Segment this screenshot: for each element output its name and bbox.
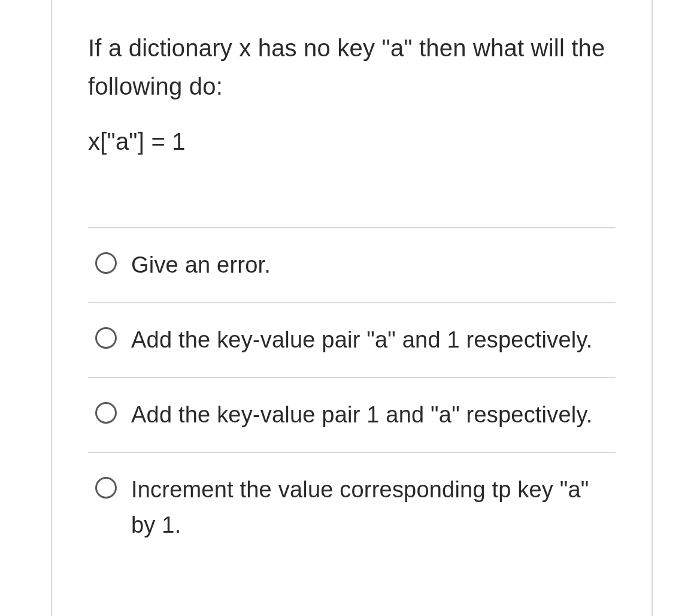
- option-row[interactable]: Increment the value corresponding tp key…: [88, 452, 616, 562]
- radio-icon[interactable]: [95, 252, 117, 274]
- option-row[interactable]: Give an error.: [88, 227, 616, 302]
- option-label: Give an error.: [131, 247, 271, 283]
- question-section: If a dictionary x has no key "a" then wh…: [52, 0, 651, 155]
- option-label: Increment the value corresponding tp key…: [131, 472, 616, 543]
- option-label: Add the key-value pair 1 and "a" respect…: [131, 397, 593, 433]
- option-row[interactable]: Add the key-value pair 1 and "a" respect…: [88, 377, 616, 452]
- radio-icon[interactable]: [95, 402, 117, 424]
- radio-icon[interactable]: [95, 327, 117, 349]
- question-prompt: If a dictionary x has no key "a" then wh…: [88, 29, 616, 105]
- question-code: x["a"] = 1: [88, 128, 616, 155]
- option-label: Add the key-value pair "a" and 1 respect…: [131, 322, 593, 358]
- option-row[interactable]: Add the key-value pair "a" and 1 respect…: [88, 302, 616, 377]
- options-list: Give an error. Add the key-value pair "a…: [52, 227, 651, 561]
- radio-icon[interactable]: [95, 477, 117, 499]
- question-card: If a dictionary x has no key "a" then wh…: [51, 0, 653, 616]
